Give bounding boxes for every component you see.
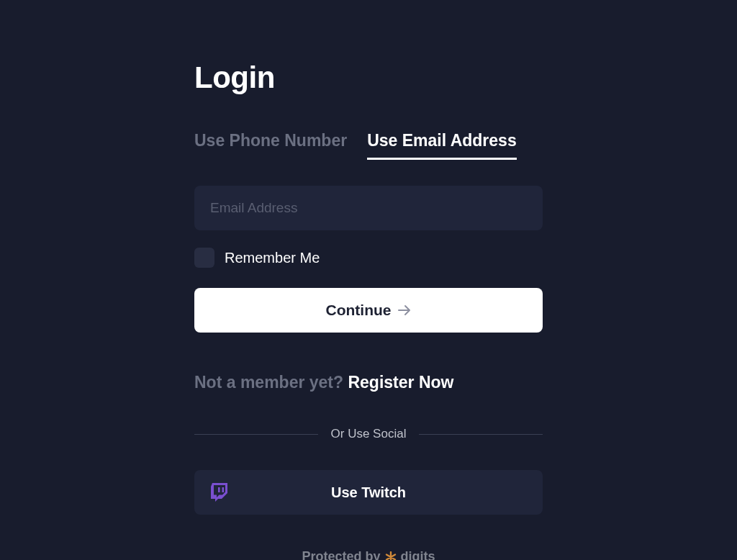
page-title: Login (194, 60, 543, 95)
divider-text: Or Use Social (331, 427, 407, 441)
twitch-button-label: Use Twitch (194, 484, 543, 501)
login-container: Login Use Phone Number Use Email Address… (194, 0, 543, 560)
footer-brand: digits (401, 549, 435, 560)
remember-checkbox[interactable] (194, 248, 214, 268)
remember-row: Remember Me (194, 248, 543, 268)
arrow-right-icon (398, 304, 411, 316)
tab-row: Use Phone Number Use Email Address (194, 131, 543, 160)
tab-email[interactable]: Use Email Address (367, 131, 517, 160)
register-prompt: Not a member yet? (194, 373, 348, 392)
register-link[interactable]: Register Now (348, 373, 453, 392)
continue-button-label: Continue (326, 302, 392, 319)
divider-line-right (419, 434, 543, 435)
footer-protected-text: Protected by (302, 549, 380, 560)
remember-label: Remember Me (225, 250, 320, 266)
twitch-button[interactable]: Use Twitch (194, 470, 543, 515)
register-row: Not a member yet? Register Now (194, 373, 543, 392)
svg-rect-1 (222, 487, 225, 492)
svg-rect-0 (218, 487, 220, 492)
twitch-icon (210, 482, 229, 502)
tab-phone[interactable]: Use Phone Number (194, 131, 347, 160)
footer: Protected by digits (194, 549, 543, 560)
continue-button[interactable]: Continue (194, 288, 543, 333)
asterisk-icon (385, 551, 397, 561)
divider-line-left (194, 434, 318, 435)
email-field[interactable] (194, 186, 543, 230)
social-divider: Or Use Social (194, 427, 543, 441)
